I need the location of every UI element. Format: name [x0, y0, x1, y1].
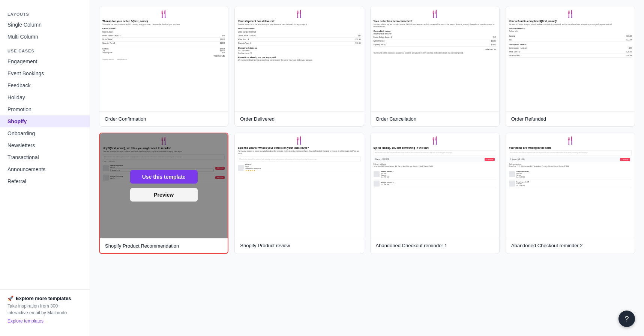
template-label-order-cancellation: Order Cancellation: [371, 111, 499, 126]
sidebar-item-single-column[interactable]: Single Column: [0, 19, 90, 31]
template-card-order-cancellation[interactable]: 🍴 Your order has been cancelled! Your ca…: [370, 6, 500, 127]
sidebar-item-transactional[interactable]: Transactional: [0, 151, 90, 163]
help-button[interactable]: ?: [618, 311, 635, 327]
layouts-section-title: LAYOUTS: [0, 9, 90, 19]
use-template-btn-shopify-recommendation[interactable]: Use this template: [130, 170, 198, 184]
sidebar-item-multi-column[interactable]: Multi Column: [0, 31, 90, 43]
preview-btn-shopify-recommendation[interactable]: Preview: [130, 188, 198, 202]
explore-more-title: 🚀 Explore more templates: [8, 296, 82, 301]
template-preview-order-delivered: 🍴 Your shipment has delivered! The wait …: [235, 6, 363, 111]
sidebar-item-shopify[interactable]: Shopify: [0, 115, 90, 127]
explore-more-section: 🚀 Explore more templates Take inspiratio…: [0, 289, 90, 330]
template-preview-order-refunded: 🍴 Your refund is complete ${first_name}!…: [506, 6, 635, 111]
template-preview-shopify-review: 🍴 Spill the Beans! What's your verdict o…: [235, 133, 363, 238]
template-card-order-confirmation[interactable]: 🍴 Thanks for your order, ${first_name} Y…: [99, 6, 228, 127]
template-preview-abandoned-checkout-1: 🍴 ${first_name}, You left something in t…: [371, 133, 499, 238]
template-label-order-refunded: Order Refunded: [506, 111, 635, 126]
template-preview-shopify-recommendation: 🍴 Hey ${first_name}, we think you might …: [100, 133, 228, 238]
template-label-shopify-review: Shopify Product review: [235, 238, 363, 253]
template-preview-order-cancellation: 🍴 Your order has been cancelled! Your ca…: [371, 6, 499, 111]
sidebar-item-holiday[interactable]: Holiday: [0, 91, 90, 103]
sidebar-item-announcements[interactable]: Announcements: [0, 163, 90, 175]
sidebar-item-onboarding[interactable]: Onboarding: [0, 127, 90, 139]
sidebar-item-feedback[interactable]: Feedback: [0, 79, 90, 91]
explore-templates-link[interactable]: Explore templates: [8, 318, 44, 324]
sidebar-item-event-bookings[interactable]: Event Bookings: [0, 67, 90, 79]
main-content: 🍴 Thanks for your order, ${first_name} Y…: [90, 0, 644, 336]
sidebar: LAYOUTS Single Column Multi Column USE C…: [0, 0, 90, 336]
templates-grid: 🍴 Thanks for your order, ${first_name} Y…: [99, 6, 635, 254]
sidebar-item-promotion[interactable]: Promotion: [0, 103, 90, 115]
sidebar-item-referral[interactable]: Referral: [0, 175, 90, 187]
template-label-shopify-recommendation: Shopify Product Recommendation: [100, 238, 228, 253]
usecases-section-title: USE CASES: [0, 46, 90, 55]
template-card-shopify-recommendation[interactable]: 🍴 Hey ${first_name}, we think you might …: [99, 133, 228, 254]
template-card-abandoned-checkout-2[interactable]: 🍴 Your items are waiting in the cart! Pl…: [506, 133, 635, 254]
template-label-order-confirmation: Order Confirmation: [99, 111, 228, 126]
sidebar-item-engagement[interactable]: Engagement: [0, 55, 90, 67]
template-card-shopify-review[interactable]: 🍴 Spill the Beans! What's your verdict o…: [234, 133, 364, 254]
explore-more-desc: Take inspiration from 300+ interactive e…: [8, 303, 82, 316]
template-label-order-delivered: Order Delivered: [235, 111, 363, 126]
sidebar-item-newsletters[interactable]: Newsletters: [0, 139, 90, 151]
rocket-icon: 🚀: [8, 296, 14, 301]
template-overlay-shopify-recommendation: Use this template Preview: [100, 133, 228, 238]
template-card-order-refunded[interactable]: 🍴 Your refund is complete ${first_name}!…: [506, 6, 635, 127]
template-card-abandoned-checkout-1[interactable]: 🍴 ${first_name}, You left something in t…: [370, 133, 500, 254]
template-card-order-delivered[interactable]: 🍴 Your shipment has delivered! The wait …: [234, 6, 364, 127]
template-preview-order-confirmation: 🍴 Thanks for your order, ${first_name} Y…: [99, 6, 228, 111]
template-label-abandoned-checkout-1: Abandoned Checkout reminder 1: [371, 238, 499, 253]
template-label-abandoned-checkout-2: Abandoned Checkout reminder 2: [506, 238, 635, 253]
template-preview-abandoned-checkout-2: 🍴 Your items are waiting in the cart! Pl…: [506, 133, 635, 238]
